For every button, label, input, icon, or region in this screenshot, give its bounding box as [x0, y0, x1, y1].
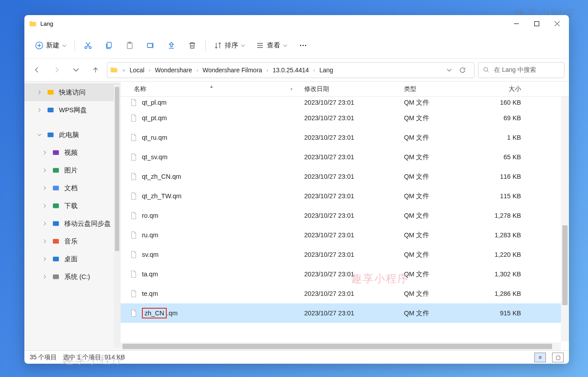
search-input[interactable]: 在 Lang 中搜索: [478, 62, 564, 78]
details-view-button[interactable]: ≡: [534, 353, 546, 362]
sidebar-item-star[interactable]: 快速访问: [24, 83, 120, 101]
item-count: 35 个项目: [30, 353, 57, 361]
sidebar-item-doc[interactable]: 文档: [24, 179, 120, 197]
copy-button[interactable]: [98, 37, 119, 55]
file-size: 69 KB: [480, 114, 529, 122]
svg-rect-20: [53, 239, 59, 244]
minimize-button[interactable]: [506, 16, 526, 32]
file-type: QM 文件: [400, 212, 480, 220]
sidebar-item-desktop[interactable]: 桌面: [24, 250, 120, 268]
image-icon: [52, 166, 60, 174]
file-row[interactable]: qt_sv.qm2023/10/27 23:01QM 文件65 KB: [121, 147, 569, 167]
chevron-icon: «: [120, 67, 128, 73]
view-icon: [256, 41, 264, 50]
svg-rect-13: [47, 108, 54, 113]
titlebar: Lang: [24, 15, 569, 33]
file-date: 2023/10/27 23:01: [300, 114, 400, 122]
file-icon: [129, 270, 137, 278]
file-row[interactable]: ta.qm2023/10/27 23:01QM 文件1,302 KB: [121, 264, 569, 284]
file-row[interactable]: te.qm2023/10/27 23:01QM 文件1,286 KB: [121, 284, 569, 303]
view-button[interactable]: 查看: [251, 37, 293, 55]
disk-icon: [52, 273, 60, 281]
breadcrumb-item[interactable]: Wondershare: [155, 67, 192, 74]
file-size: 1,283 KB: [480, 232, 529, 239]
sidebar-item-download[interactable]: 下载: [24, 197, 120, 215]
sidebar-label: 系统 (C:): [64, 273, 90, 281]
file-date: 2023/10/27 23:01: [300, 192, 400, 200]
file-row[interactable]: ru.qm2023/10/27 23:01QM 文件1,283 KB: [121, 225, 569, 245]
file-row[interactable]: qt_zh_TW.qm2023/10/27 23:01QM 文件115 KB: [121, 186, 569, 206]
breadcrumb-item[interactable]: 13.0.25.4414: [273, 67, 309, 74]
file-size: 160 KB: [480, 99, 529, 106]
svg-rect-15: [53, 150, 59, 155]
share-icon: [167, 41, 176, 50]
file-date: 2023/10/27 23:01: [300, 251, 400, 258]
delete-button[interactable]: [182, 37, 203, 55]
column-type[interactable]: 类型: [400, 85, 480, 93]
column-size[interactable]: 大小: [480, 85, 529, 93]
more-button[interactable]: [293, 37, 314, 55]
file-row[interactable]: ro.qm2023/10/27 23:01QM 文件1,278 KB: [121, 206, 569, 225]
file-name: sv.qm: [142, 251, 300, 258]
chevron-down-icon[interactable]: ▾: [290, 87, 295, 91]
rename-button[interactable]: [140, 37, 161, 55]
svg-rect-12: [47, 90, 54, 95]
forward-button[interactable]: [48, 62, 64, 78]
sort-indicator-icon: ▲: [209, 84, 214, 89]
column-name[interactable]: ▲名称▾: [129, 85, 300, 93]
file-size: 65 KB: [480, 153, 529, 161]
file-row[interactable]: qt_ru.qm2023/10/27 23:01QM 文件1 KB: [121, 128, 569, 147]
file-size: 1,278 KB: [480, 212, 529, 219]
sidebar-item-disk[interactable]: 系统 (C:): [24, 268, 120, 286]
folder-icon: [29, 20, 37, 28]
paste-button[interactable]: [119, 37, 140, 55]
new-button[interactable]: 新建: [30, 37, 72, 55]
file-icon: [129, 134, 137, 141]
file-icon: [129, 98, 137, 106]
column-date[interactable]: 修改日期: [300, 85, 400, 93]
file-icon: [129, 231, 137, 239]
sidebar-item-music[interactable]: 音乐: [24, 232, 120, 250]
sidebar-item-video[interactable]: 视频: [24, 144, 120, 161]
vertical-scrollbar[interactable]: [561, 97, 569, 342]
file-row[interactable]: qt_pt.qm2023/10/27 23:01QM 文件69 KB: [121, 108, 569, 128]
back-button[interactable]: [29, 62, 45, 78]
file-row[interactable]: qt_zh_CN.qm2023/10/27 23:01QM 文件116 KB: [121, 167, 569, 186]
file-date: 2023/10/27 23:01: [300, 271, 400, 278]
expand-icon: [42, 239, 47, 244]
toolbar: 新建 排序 查看: [24, 33, 569, 59]
file-row[interactable]: sv.qm2023/10/27 23:01QM 文件1,220 KB: [121, 245, 569, 264]
cut-button[interactable]: [78, 37, 98, 55]
breadcrumb-item[interactable]: Local: [129, 67, 144, 74]
file-row[interactable]: qt_pl.qm2023/10/27 23:01QM 文件160 KB: [121, 97, 569, 108]
sidebar-item-image[interactable]: 图片: [24, 161, 120, 179]
file-date: 2023/10/27 23:01: [300, 173, 400, 180]
close-button[interactable]: [547, 16, 567, 32]
breadcrumb-item[interactable]: Lang: [319, 67, 333, 74]
sort-button[interactable]: 排序: [208, 37, 251, 55]
breadcrumb-item[interactable]: Wondershare Filmora: [203, 67, 262, 74]
file-row[interactable]: zh_CN.qm2023/10/27 23:01QM 文件915 KB: [121, 303, 569, 323]
file-size: 915 KB: [480, 310, 529, 317]
horizontal-scrollbar[interactable]: [121, 342, 561, 350]
file-name: qt_pt.qm: [142, 114, 300, 122]
sidebar-scrollbar[interactable]: [114, 84, 120, 348]
sync-icon: [52, 220, 60, 228]
sidebar-item-sync[interactable]: 移动云盘同步盘: [24, 215, 120, 232]
share-button[interactable]: [161, 37, 182, 55]
tiles-view-button[interactable]: ▢: [552, 353, 564, 362]
rename-input[interactable]: zh_CN: [142, 308, 167, 318]
refresh-button[interactable]: [454, 62, 471, 78]
breadcrumb[interactable]: « Local› Wondershare› Wondershare Filmor…: [107, 62, 474, 78]
up-button[interactable]: [87, 62, 103, 78]
chevron-down-icon: [62, 43, 67, 48]
sidebar-item-cloud[interactable]: WPS网盘: [24, 101, 120, 119]
chevron-down-icon[interactable]: [447, 67, 452, 73]
maximize-button[interactable]: [526, 16, 547, 32]
sidebar: 快速访问WPS网盘此电脑视频图片文档下载移动云盘同步盘音乐桌面系统 (C:): [24, 82, 121, 350]
sidebar-item-pc[interactable]: 此电脑: [24, 126, 120, 144]
file-date: 2023/10/27 23:01: [300, 134, 400, 141]
recent-button[interactable]: [68, 62, 84, 78]
sidebar-label: 桌面: [64, 255, 78, 263]
file-size: 1,302 KB: [480, 271, 529, 278]
